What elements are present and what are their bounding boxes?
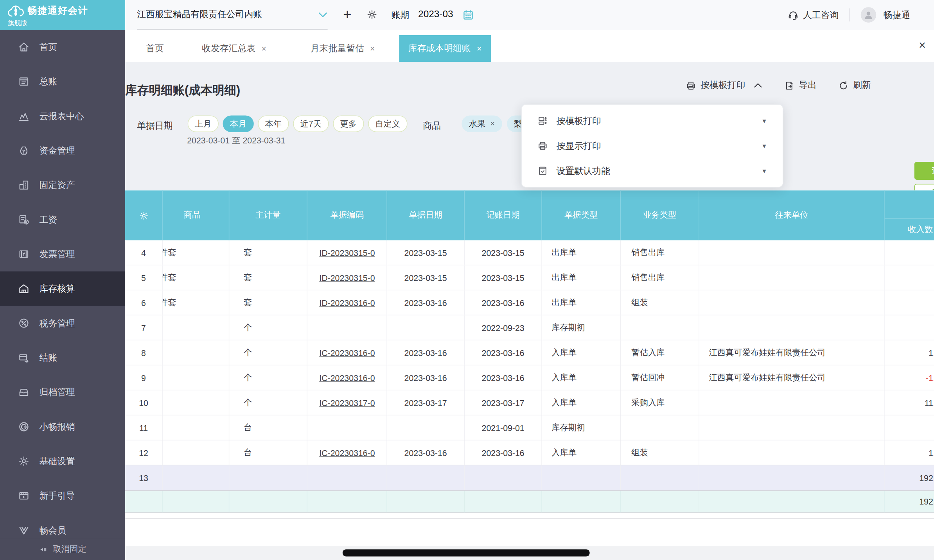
horizontal-scrollbar-track[interactable] [125,513,934,519]
sidebar-item-payroll[interactable]: 工资 [0,202,125,237]
table-row[interactable]: 8 个 IC-20230316-0 2023-03-16 2023-03-16 … [125,340,934,365]
table-row[interactable]: 5 件套 套 ID-20230315-0 2023-03-15 2023-03-… [125,265,934,290]
sidebar-item-home[interactable]: 首页 [0,30,125,64]
tab[interactable]: 收发存汇总表 × [193,35,275,62]
doc-number-link[interactable]: IC-20230316-0 [319,348,375,357]
caret-down-icon[interactable]: ▼ [761,168,767,174]
table-row[interactable]: 11 台 2021-09-01 库存期初 [125,415,934,440]
table-row[interactable]: 10 个 IC-20230317-0 2023-03-17 2023-03-17… [125,390,934,415]
sidebar-item-general-ledger[interactable]: 总账 [0,64,125,98]
avatar[interactable] [861,7,877,23]
sidebar-item-label: 固定资产 [40,179,75,191]
sidebar: 畅捷通好会计 旗舰版 首页 总账 云报表中心 资金管理 固定资产 [0,0,125,560]
sidebar-item-archive-management[interactable]: 归档管理 [0,375,125,409]
date-option-pill[interactable]: 本年 [258,115,289,132]
settings-gear-icon[interactable] [366,9,378,20]
doc-number-link[interactable]: ID-20230315-0 [319,273,375,282]
sidebar-item-funds-management[interactable]: 资金管理 [0,133,125,168]
dropdown-menu-item[interactable]: 按模板打印 ▼ [522,108,783,133]
table-row[interactable]: 4 件套 套 ID-20230315-0 2023-03-15 2023-03-… [125,240,934,265]
sidebar-item-inventory-accounting[interactable]: 库存核算 [0,271,125,306]
tab-close-icon[interactable]: × [262,44,266,53]
dropdown-menu-item[interactable]: 按显示打印 ▼ [522,133,783,158]
chevron-up-icon[interactable] [754,83,763,88]
header-commodity[interactable]: 商品 [163,190,230,240]
header-counterparty[interactable]: 往来单位 [699,190,885,240]
ledger-icon [18,75,30,87]
cell-counterparty [699,315,885,340]
tag-remove-icon[interactable]: × [490,115,495,132]
date-option-pill[interactable]: 近7天 [293,115,329,132]
pill-label: 更多 [340,119,357,129]
sidebar-item-invoice-management[interactable]: 发票管理 [0,237,125,271]
dropdown-menu-item[interactable]: 设置默认功能 ▼ [522,158,783,183]
sidebar-item-label: 新手引导 [40,490,75,501]
date-option-pill[interactable]: 自定义 [368,115,408,132]
header-biz-type[interactable]: 业务类型 [621,190,699,240]
doc-number-link[interactable]: ID-20230316-0 [319,298,375,307]
sidebar-item-basic-settings[interactable]: 基础设置 [0,444,125,478]
doc-number-link[interactable]: ID-20230315-0 [319,248,375,257]
table-row[interactable]: 9 个 IC-20230316-0 2023-03-16 2023-03-16 … [125,365,934,390]
header-income-qty[interactable]: 收入数 [885,190,934,240]
column-settings-gear-icon[interactable] [125,190,163,240]
refresh-icon [838,80,849,91]
sidebar-item-cloud-report-center[interactable]: 云报表中心 [0,99,125,133]
cell-biz-type: 采购入库 [621,390,699,415]
cell-doc-type: 出库单 [542,240,621,265]
cell-seq: 13 [125,465,163,490]
doc-number-link[interactable]: IC-20230316-0 [319,373,375,382]
date-option-pill[interactable]: 上月 [188,115,219,132]
cell-biz-type [621,415,699,440]
sidebar-item-beginner-guide[interactable]: 新手引导 [0,478,125,513]
table-row[interactable]: 12 台 IC-20230316-0 2023-03-16 2023-03-16… [125,440,934,465]
header-doc-date[interactable]: 单据日期 [387,190,465,240]
support-button[interactable]: 人工咨询 [787,9,839,21]
header-book-date[interactable]: 记账日期 [465,190,542,240]
sidebar-item-closing[interactable]: 结账 [0,340,125,375]
date-option-pill[interactable]: 本月 [223,115,254,132]
settings-icon [18,455,30,467]
query-button[interactable]: 查 [914,162,934,180]
table-row[interactable]: 7 个 2022-09-23 库存期初 [125,315,934,340]
tab[interactable]: 库存成本明细账 × [399,35,490,62]
tab-close-icon[interactable]: × [370,44,375,53]
tab[interactable]: 首页 [137,35,172,62]
tab[interactable]: 月末批量暂估 × [302,35,384,62]
table-row[interactable]: 13 192.00 [125,465,934,490]
table-row[interactable]: 6 件套 套 ID-20230316-0 2023-03-16 2023-03-… [125,290,934,315]
cell-doc-date [387,415,465,440]
sidebar-item-tax-management[interactable]: 税务管理 [0,306,125,340]
unpin-sidebar-button[interactable]: 取消固定 [0,539,125,560]
company-selector[interactable]: 江西服宝精品有限责任公司内账 [137,0,327,30]
calendar-icon[interactable] [462,9,474,21]
caret-down-icon[interactable]: ▼ [761,118,767,124]
horizontal-scrollbar-thumb[interactable] [343,549,590,556]
caret-down-icon[interactable]: ▼ [761,143,767,149]
sidebar-item-membership[interactable]: 畅会员 [0,513,125,539]
print-by-template-button[interactable]: 按模板打印 [686,80,745,91]
doc-number-link[interactable]: IC-20230316-0 [319,448,375,457]
date-option-pill[interactable]: 更多 [333,115,364,132]
refresh-button[interactable]: 刷新 [838,80,871,91]
cell-book-date [465,465,542,490]
tab-close-icon[interactable]: × [477,44,481,53]
product-tag[interactable]: 水果 × [462,115,502,132]
add-account-set-button[interactable]: + [343,7,351,22]
cell-counterparty [699,390,885,415]
export-button[interactable]: 导出 [784,80,817,91]
close-all-tabs-icon[interactable]: × [919,39,926,51]
sidebar-item-fixed-assets[interactable]: 固定资产 [0,168,125,202]
print-label: 按模板打印 [700,80,745,91]
doc-number-link[interactable]: IC-20230317-0 [319,398,375,407]
header-main-unit[interactable]: 主计量 [229,190,307,240]
sidebar-item-expense-claims[interactable]: 小畅报销 [0,410,125,444]
cell-biz-type: 销售出库 [621,265,699,290]
header-doc-number[interactable]: 单据编码 [307,190,387,240]
header-doc-type[interactable]: 单据类型 [542,190,621,240]
divider [850,8,850,21]
cell-commodity: 件套 [163,240,230,265]
cell-unit [229,465,307,490]
period-value[interactable]: 2023-03 [418,9,453,20]
user-name[interactable]: 畅捷通 [884,9,911,21]
